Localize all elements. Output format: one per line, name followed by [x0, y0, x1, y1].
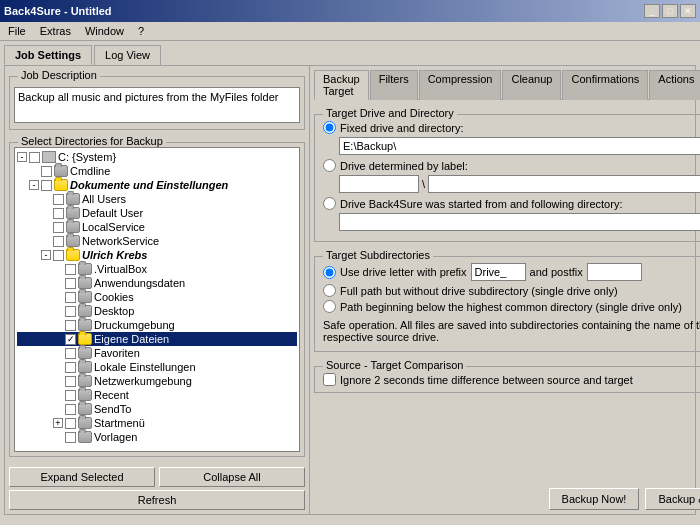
fixed-drive-input[interactable] [339, 137, 700, 155]
checkbox-lokale-einst[interactable] [65, 362, 76, 373]
expand-collapse-row: Expand Selected Collapse All [9, 467, 305, 487]
checkbox-cookies[interactable] [65, 292, 76, 303]
menu-extras[interactable]: Extras [36, 24, 75, 38]
tree-item-all-users[interactable]: All Users [17, 192, 297, 206]
maximize-button[interactable]: □ [662, 4, 678, 18]
folder-anwendungsdaten [78, 277, 92, 289]
checkbox-sendto[interactable] [65, 404, 76, 415]
job-description-label: Job Description [18, 69, 100, 81]
folder-sendto [78, 403, 92, 415]
folder-local-service [66, 221, 80, 233]
tree-item-cookies[interactable]: Cookies [17, 290, 297, 304]
fixed-drive-radio[interactable] [323, 121, 336, 134]
tree-item-local-service[interactable]: LocalService [17, 220, 297, 234]
tab-confirmations[interactable]: Confirmations [562, 70, 648, 100]
tree-item-network-service[interactable]: NetworkService [17, 234, 297, 248]
checkbox-anwendungsdaten[interactable] [65, 278, 76, 289]
tree-item-anwendungsdaten[interactable]: Anwendungsdaten [17, 276, 297, 290]
label-anwendungsdaten: Anwendungsdaten [94, 277, 185, 289]
label-drive-radio[interactable] [323, 159, 336, 172]
prefix-input[interactable] [471, 263, 526, 281]
checkbox-default-user[interactable] [53, 208, 64, 219]
directory-tree[interactable]: - C: {System} Cmdline - [14, 147, 300, 452]
label-network-service: NetworkService [82, 235, 159, 247]
started-from-radio[interactable] [323, 197, 336, 210]
tree-item-default-user[interactable]: Default User [17, 206, 297, 220]
expand-ulrich-krebs[interactable]: - [41, 250, 51, 260]
close-button[interactable]: ✕ [680, 4, 696, 18]
tree-item-cmdline[interactable]: Cmdline [17, 164, 297, 178]
tree-item-eigene-dateien[interactable]: Eigene Dateien [17, 332, 297, 346]
checkbox-eigene-dateien[interactable] [65, 334, 76, 345]
collapse-all-button[interactable]: Collapse All [159, 467, 305, 487]
folder-startmenu [78, 417, 92, 429]
use-drive-letter-radio[interactable] [323, 266, 336, 279]
label-drive-input[interactable] [339, 175, 419, 193]
ignore-timediff-row: Ignore 2 seconds time difference between… [323, 373, 700, 386]
backup-cleanup-button[interactable]: Backup & Cleanup [645, 488, 700, 510]
checkbox-virtualbox[interactable] [65, 264, 76, 275]
checkbox-cmdline[interactable] [41, 166, 52, 177]
tab-cleanup[interactable]: Cleanup [502, 70, 561, 100]
checkbox-netzwerkumg[interactable] [65, 376, 76, 387]
label-desktop: Desktop [94, 305, 134, 317]
tree-item-lokale-einst[interactable]: Lokale Einstellungen [17, 360, 297, 374]
menu-window[interactable]: Window [81, 24, 128, 38]
tree-item-dok-einst[interactable]: - Dokumente und Einstellungen [17, 178, 297, 192]
checkbox-c-drive[interactable] [29, 152, 40, 163]
tree-item-recent[interactable]: Recent [17, 388, 297, 402]
tree-item-c-drive[interactable]: - C: {System} [17, 150, 297, 164]
tree-item-vorlagen[interactable]: Vorlagen [17, 430, 297, 444]
menu-bar: File Extras Window ? [0, 22, 700, 41]
started-from-input[interactable] [339, 213, 700, 231]
checkbox-all-users[interactable] [53, 194, 64, 205]
expand-startmenu[interactable]: + [53, 418, 63, 428]
checkbox-local-service[interactable] [53, 222, 64, 233]
checkbox-startmenu[interactable] [65, 418, 76, 429]
use-drive-letter-label: Use drive letter with prefix [340, 266, 467, 278]
checkbox-druckumgebung[interactable] [65, 320, 76, 331]
tab-actions[interactable]: Actions [649, 70, 700, 100]
checkbox-vorlagen[interactable] [65, 432, 76, 443]
checkbox-dok-einst[interactable] [41, 180, 52, 191]
tree-item-favoriten[interactable]: Favoriten [17, 346, 297, 360]
label-sendto: SendTo [94, 403, 131, 415]
tab-compression[interactable]: Compression [419, 70, 502, 100]
expand-selected-button[interactable]: Expand Selected [9, 467, 155, 487]
label-drive-radio-label: Drive determined by label: [340, 160, 468, 172]
backup-now-button[interactable]: Backup Now! [549, 488, 640, 510]
tree-item-desktop[interactable]: Desktop [17, 304, 297, 318]
menu-file[interactable]: File [4, 24, 30, 38]
tree-item-netzwerkumg[interactable]: Netzwerkumgebung [17, 374, 297, 388]
checkbox-ulrich-krebs[interactable] [53, 250, 64, 261]
menu-help[interactable]: ? [134, 24, 148, 38]
tree-item-ulrich-krebs[interactable]: - Ulrich Krebs [17, 248, 297, 262]
label-path-input[interactable] [428, 175, 700, 193]
comparison-group: Source - Target Comparison Ignore 2 seco… [314, 366, 700, 393]
tab-backup-target[interactable]: Backup Target [314, 70, 369, 100]
expand-c-drive[interactable]: - [17, 152, 27, 162]
ignore-timediff-checkbox[interactable] [323, 373, 336, 386]
path-below-row: Path beginning below the highest common … [323, 300, 700, 313]
path-below-radio[interactable] [323, 300, 336, 313]
tree-item-virtualbox[interactable]: .VirtualBox [17, 262, 297, 276]
tab-log-view[interactable]: Log View [94, 45, 161, 65]
checkbox-recent[interactable] [65, 390, 76, 401]
checkbox-network-service[interactable] [53, 236, 64, 247]
tree-item-sendto[interactable]: SendTo [17, 402, 297, 416]
postfix-input[interactable] [587, 263, 642, 281]
full-path-label: Full path but without drive subdirectory… [340, 285, 618, 297]
checkbox-desktop[interactable] [65, 306, 76, 317]
target-subdirs-label: Target Subdirectories [323, 249, 433, 261]
tree-item-startmenu[interactable]: + Startmenü [17, 416, 297, 430]
refresh-button[interactable]: Refresh [9, 490, 305, 510]
tree-item-druckumgebung[interactable]: Druckumgebung [17, 318, 297, 332]
folder-virtualbox [78, 263, 92, 275]
tab-job-settings[interactable]: Job Settings [4, 45, 92, 65]
tab-filters[interactable]: Filters [370, 70, 418, 100]
minimize-button[interactable]: _ [644, 4, 660, 18]
job-description-input[interactable]: Backup all music and pictures from the M… [14, 87, 300, 123]
checkbox-favoriten[interactable] [65, 348, 76, 359]
expand-dok-einst[interactable]: - [29, 180, 39, 190]
full-path-radio[interactable] [323, 284, 336, 297]
